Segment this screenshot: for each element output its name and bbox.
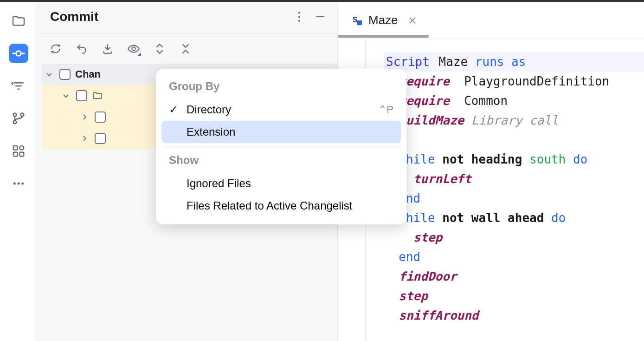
svg-rect-10 <box>19 152 24 157</box>
popup-item-label: Extension <box>187 125 235 138</box>
token-identifier: PlaygroundDefinition <box>450 74 609 88</box>
popup-item-label: Ignored Files <box>187 177 251 190</box>
tab-close-button[interactable] <box>408 16 417 25</box>
chevron-down-icon[interactable] <box>45 71 55 78</box>
changelist-label: Chan <box>75 68 101 80</box>
token-keyword: do <box>551 211 566 225</box>
commit-node-icon <box>11 46 26 61</box>
view-options-button[interactable] <box>127 42 140 55</box>
folder-icon <box>92 90 103 101</box>
collapse-vertical-icon <box>180 43 191 55</box>
svg-point-15 <box>21 183 24 185</box>
token-call: turnLeft <box>413 172 471 186</box>
commit-panel: Commit <box>37 2 338 341</box>
token-call: buildMaze <box>399 113 464 127</box>
svg-point-18 <box>298 20 300 22</box>
refresh-icon <box>50 43 62 55</box>
panel-options-button[interactable] <box>297 11 301 23</box>
shelve-button[interactable] <box>101 42 114 55</box>
popup-item-directory[interactable]: ✓ Directory ⌃P <box>156 98 406 121</box>
download-tray-icon <box>102 43 114 55</box>
structure-tool-button[interactable] <box>9 76 28 96</box>
services-tool-button[interactable] <box>9 141 28 161</box>
expand-all-button[interactable] <box>153 42 166 55</box>
popup-item-ignored-files[interactable]: Ignored Files <box>156 172 406 195</box>
ellipsis-icon <box>12 177 26 190</box>
item-checkbox[interactable] <box>95 133 106 144</box>
svg-point-20 <box>132 47 135 51</box>
svg-point-8 <box>20 113 24 117</box>
commit-header-actions <box>297 11 326 23</box>
token-call: step <box>413 230 443 244</box>
tab-label: Maze <box>368 13 398 27</box>
token-identifier: south <box>529 152 573 166</box>
svg-point-14 <box>17 183 19 185</box>
svg-rect-9 <box>13 146 17 150</box>
check-icon: ✓ <box>169 103 180 116</box>
token-call: step <box>399 289 428 303</box>
minimize-icon <box>314 11 326 23</box>
vcs-tool-button[interactable] <box>9 109 28 128</box>
item-checkbox[interactable] <box>95 111 106 123</box>
token-keyword: runs as <box>475 55 526 69</box>
main-layout: Commit <box>0 2 644 341</box>
svg-rect-22 <box>357 20 362 25</box>
token-identifier: Maze <box>431 55 475 69</box>
token-keyword: end <box>399 250 420 264</box>
editor-tab-maze[interactable]: S Maze <box>352 13 417 27</box>
left-tool-rail <box>0 2 37 341</box>
token-call: findDoor <box>399 269 457 283</box>
svg-point-6 <box>13 113 16 117</box>
more-tool-button[interactable] <box>9 174 28 193</box>
token-keyword: Script <box>384 54 431 70</box>
close-icon <box>408 16 417 25</box>
chevron-right-icon[interactable] <box>81 135 90 142</box>
svg-point-13 <box>13 183 15 185</box>
popup-shortcut: ⌃P <box>378 104 393 116</box>
refresh-button[interactable] <box>49 42 62 55</box>
popup-section-show: Show <box>156 151 406 172</box>
token-keyword: do <box>573 152 587 166</box>
vertical-dots-icon <box>297 11 301 23</box>
svg-point-12 <box>19 146 24 150</box>
svg-point-0 <box>16 51 21 56</box>
folder-checkbox[interactable] <box>76 90 87 101</box>
undo-icon <box>76 43 88 55</box>
filter-lines-icon <box>11 79 26 93</box>
token-identifier: Common <box>450 94 508 108</box>
popup-item-related-files[interactable]: Files Related to Active Changelist <box>156 195 406 217</box>
token-call: sniffAround <box>399 308 478 322</box>
folder-icon <box>11 13 26 28</box>
chevron-right-icon[interactable] <box>81 113 90 121</box>
expand-vertical-icon <box>155 43 165 55</box>
view-options-popup: Group By ✓ Directory ⌃P Extension Show I… <box>156 69 406 224</box>
panel-minimize-button[interactable] <box>314 11 326 23</box>
svg-text:S: S <box>353 16 358 24</box>
commit-header: Commit <box>37 2 337 34</box>
svg-rect-11 <box>13 152 17 157</box>
changelist-checkbox[interactable] <box>59 69 71 80</box>
tab-active-indicator <box>338 35 429 38</box>
popup-item-label: Directory <box>187 103 231 116</box>
token-comment: Library call <box>464 113 559 127</box>
popup-section-group-by: Group By <box>156 77 406 98</box>
popup-divider <box>163 147 399 147</box>
grid-blocks-icon <box>12 144 26 158</box>
svg-point-16 <box>298 12 300 13</box>
rollback-button[interactable] <box>75 42 88 55</box>
chevron-down-icon[interactable] <box>62 92 71 99</box>
collapse-all-button[interactable] <box>179 42 192 55</box>
token-identifier: not heading <box>442 152 529 166</box>
editor-tab-bar: S Maze <box>338 2 644 39</box>
commit-toolbar <box>37 34 337 64</box>
commit-tool-button[interactable] <box>9 44 28 63</box>
project-tool-button[interactable] <box>9 11 28 31</box>
popup-item-label: Files Related to Active Changelist <box>187 199 353 212</box>
token-identifier: not wall ahead <box>442 211 551 225</box>
script-file-icon: S <box>352 15 363 26</box>
dropdown-corner-icon <box>137 52 141 56</box>
svg-point-17 <box>298 16 300 18</box>
popup-item-extension[interactable]: Extension <box>161 121 401 143</box>
commit-panel-title: Commit <box>50 9 98 24</box>
git-branch-icon <box>11 111 26 126</box>
